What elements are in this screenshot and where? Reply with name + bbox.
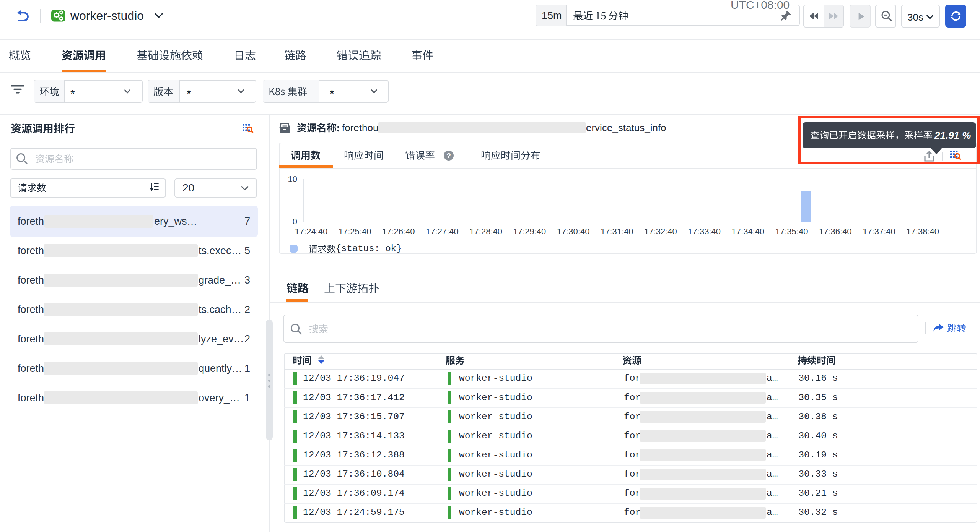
svg-text:?: ? <box>446 151 451 159</box>
